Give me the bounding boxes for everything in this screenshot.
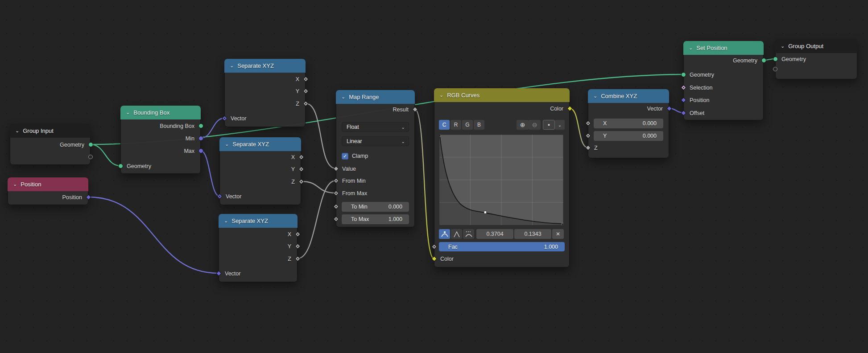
node-header[interactable]: ⌄Separate XYZ	[224, 59, 306, 73]
point-options-icon[interactable]: ●	[543, 120, 555, 130]
node-header[interactable]: ⌄Set Position	[683, 41, 764, 55]
collapse-chevron-icon[interactable]: ⌄	[13, 182, 17, 186]
socket-geometry[interactable]	[761, 58, 766, 63]
value-field-to-max[interactable]: To Max1.000	[342, 214, 409, 224]
collapse-chevron-icon[interactable]: ⌄	[230, 63, 234, 68]
node-title: Map Range	[349, 94, 379, 100]
curve-point-selected[interactable]	[484, 211, 486, 214]
socket-label: Min	[186, 135, 194, 142]
socket-bounding-box[interactable]	[198, 123, 203, 128]
curve-presets-chevron-icon[interactable]: ⌄	[555, 120, 565, 130]
collapse-chevron-icon[interactable]: ⌄	[126, 110, 130, 115]
slider-label: Fac	[448, 244, 458, 250]
node-map-range[interactable]: ⌄Map RangeResultFloat⌄Linear⌄✓ClampValue…	[336, 90, 415, 227]
socket-label: Color	[550, 106, 563, 112]
output-row-z: Z	[220, 177, 301, 187]
socket-label: From Min	[342, 178, 366, 184]
channel-button-g[interactable]: G	[462, 120, 473, 130]
socket-geometry[interactable]	[88, 142, 93, 147]
value-field-to-min[interactable]: To Min0.000	[342, 202, 409, 212]
curve-point[interactable]	[562, 223, 563, 225]
curve-point[interactable]	[439, 135, 441, 136]
node-title: Set Position	[696, 45, 727, 51]
node-editor-canvas[interactable]: ⌄Group InputGeometry⌄PositionPosition⌄Bo…	[0, 0, 868, 353]
input-row-position: Position	[684, 95, 763, 105]
handle-auto-clamped-icon[interactable]	[463, 229, 474, 239]
curve-editor[interactable]	[439, 134, 564, 226]
socket-extension[interactable]	[88, 155, 93, 159]
socket-label: Geometry	[781, 56, 806, 62]
socket-label: Z	[594, 145, 598, 151]
node-group-input[interactable]: ⌄Group InputGeometry	[10, 124, 91, 165]
node-title: Combine XYZ	[601, 93, 637, 99]
output-row-min: Min	[121, 134, 200, 144]
channel-button-r[interactable]: R	[451, 120, 461, 130]
node-header[interactable]: ⌄Combine XYZ	[588, 89, 669, 103]
node-position[interactable]: ⌄PositionPosition	[8, 177, 88, 205]
collapse-chevron-icon[interactable]: ⌄	[15, 128, 19, 133]
collapse-chevron-icon[interactable]: ⌄	[781, 44, 785, 48]
collapse-chevron-icon[interactable]: ⌄	[224, 218, 228, 223]
node-set-position[interactable]: ⌄Set PositionGeometryGeometrySelectionPo…	[683, 41, 764, 120]
socket-min[interactable]	[198, 136, 203, 141]
socket-label: Color	[440, 256, 454, 262]
node-header[interactable]: ⌄Map Range	[336, 90, 415, 104]
checkbox-box[interactable]: ✓	[342, 153, 348, 160]
field-label: To Min	[351, 204, 368, 210]
socket-max[interactable]	[198, 148, 203, 153]
output-row-y: Y	[219, 242, 297, 251]
node-separate-xyz-1[interactable]: ⌄Separate XYZXYZVector	[224, 59, 306, 127]
field-value: 0.000	[389, 204, 402, 210]
dropdown-linear[interactable]: Linear⌄	[342, 136, 409, 146]
socket-geometry[interactable]	[773, 57, 778, 62]
collapse-chevron-icon[interactable]: ⌄	[439, 93, 443, 97]
handle-vector-icon[interactable]	[451, 229, 462, 239]
node-separate-xyz-2[interactable]: ⌄Separate XYZXYZVector	[219, 137, 301, 205]
channel-button-c[interactable]: C	[439, 120, 450, 130]
field-value: 1.000	[389, 216, 402, 222]
collapse-chevron-icon[interactable]: ⌄	[225, 142, 229, 146]
node-bounding-box[interactable]: ⌄Bounding BoxBounding BoxMinMaxGeometry	[120, 106, 201, 174]
socket-extension[interactable]	[773, 67, 777, 71]
node-combine-xyz[interactable]: ⌄Combine XYZVectorX0.000Y0.000Z	[588, 89, 669, 158]
socket-geometry[interactable]	[681, 72, 686, 77]
zoom-out-icon[interactable]: ⊖	[529, 120, 541, 130]
output-row-max: Max	[121, 146, 200, 156]
node-header[interactable]: ⌄Group Input	[10, 124, 91, 138]
delete-point-icon[interactable]: ✕	[552, 229, 564, 239]
dropdown-value: Linear	[347, 138, 362, 144]
socket-label: Max	[184, 148, 194, 154]
collapse-chevron-icon[interactable]: ⌄	[689, 45, 693, 50]
output-row-result: Result	[336, 105, 414, 115]
chevron-down-icon: ⌄	[401, 139, 405, 144]
dropdown-float[interactable]: Float⌄	[342, 122, 409, 132]
channel-button-b[interactable]: B	[474, 120, 484, 130]
node-rgb-curves[interactable]: ⌄RGB CurvesColorCRGB⊕⊖●⌄0.37040.1343✕Fac…	[434, 88, 570, 267]
node-header[interactable]: ⌄Position	[8, 177, 88, 191]
socket-label: Geometry	[690, 72, 714, 78]
node-link	[306, 103, 336, 168]
node-header[interactable]: ⌄Bounding Box	[120, 106, 201, 119]
collapse-chevron-icon[interactable]: ⌄	[341, 94, 345, 99]
socket-label: Bounding Box	[160, 123, 194, 129]
collapse-chevron-icon[interactable]: ⌄	[593, 94, 597, 98]
socket-label: Geometry	[127, 163, 151, 169]
curve-point-toolbar: 0.37040.1343✕	[439, 229, 564, 239]
node-separate-xyz-3[interactable]: ⌄Separate XYZXYZVector	[219, 214, 298, 282]
value-field-x[interactable]: X0.000	[594, 119, 663, 128]
node-header[interactable]: ⌄Separate XYZ	[219, 137, 301, 151]
node-header[interactable]: ⌄Separate XYZ	[219, 214, 298, 228]
slider-fac[interactable]: Fac1.000	[439, 242, 565, 251]
point-x-field[interactable]: 0.3704	[476, 229, 513, 239]
node-header[interactable]: ⌄Group Output	[775, 39, 857, 53]
node-group-output[interactable]: ⌄Group OutputGeometry	[775, 39, 857, 79]
value-field-y[interactable]: Y0.000	[594, 131, 663, 141]
checkbox-clamp[interactable]: ✓Clamp	[342, 151, 409, 161]
socket-geometry[interactable]	[118, 164, 123, 168]
node-header[interactable]: ⌄RGB Curves	[434, 88, 570, 102]
zoom-in-icon[interactable]: ⊕	[517, 120, 529, 130]
point-y-field[interactable]: 0.1343	[514, 229, 551, 239]
node-title: Group Input	[23, 127, 54, 134]
handle-smooth-icon[interactable]	[439, 229, 450, 239]
input-row-geometry: Geometry	[684, 70, 763, 80]
